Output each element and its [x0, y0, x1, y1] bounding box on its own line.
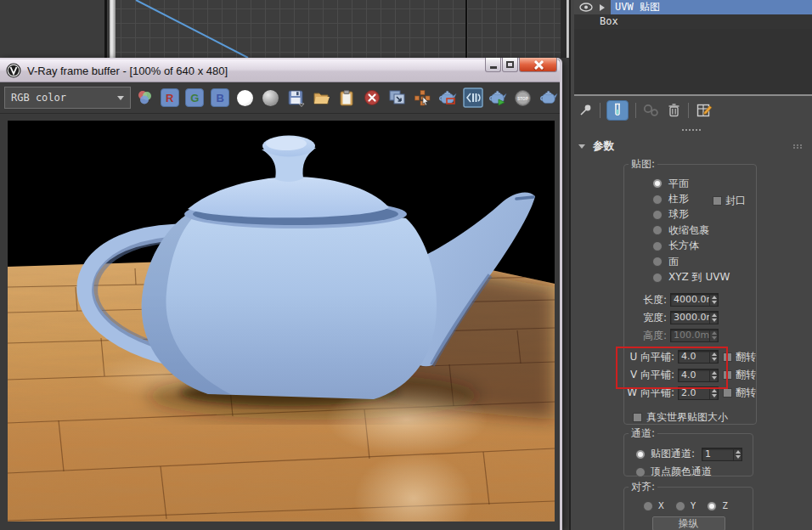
radio-axis-y[interactable] [675, 501, 685, 511]
toolbar-separator [688, 103, 689, 118]
height-row: 高度: 100.0mm [624, 327, 756, 345]
u-flip-row[interactable]: 翻转 [723, 350, 756, 364]
radio-axis-z[interactable] [707, 501, 717, 511]
radio-shrinkwrap[interactable] [652, 225, 663, 235]
blue-channel-button[interactable]: B [209, 87, 232, 109]
rollout-drag-handle-icon [793, 144, 803, 149]
channel-dropdown[interactable]: RGB color [4, 87, 131, 109]
w-flip-row[interactable]: 翻转 [723, 386, 756, 400]
modifier-stack-selected-row[interactable]: UVW 贴图 [574, 0, 812, 14]
w-tile-spinner[interactable]: 2.0 [678, 386, 719, 400]
vray-raw-image-button[interactable] [461, 87, 484, 109]
width-spinner[interactable]: 3000.0m [670, 311, 719, 324]
vfb-titlebar[interactable]: V-Ray frame buffer - [100% of 640 x 480] [0, 59, 560, 82]
length-row: 长度: 4000.0m [624, 291, 756, 309]
radio-xyz-to-uvw[interactable] [652, 273, 663, 283]
viewport-grid[interactable] [116, 0, 561, 58]
render-last-button[interactable] [487, 87, 510, 109]
v-tile-spinner[interactable]: 4.0 [678, 369, 719, 382]
radio-row-face[interactable]: 面 [624, 254, 756, 269]
clear-image-button[interactable] [360, 87, 383, 109]
radio-spherical[interactable] [652, 210, 663, 220]
axis-z[interactable]: Z [707, 500, 728, 511]
alpha-button[interactable] [259, 87, 282, 109]
map-channel-spinner[interactable]: 1 [702, 448, 742, 461]
spinner-arrows-icon[interactable] [709, 312, 718, 324]
close-icon [533, 60, 543, 70]
mapping-group: 贴图: 平面 柱形 封口 球形 [623, 164, 757, 425]
manipulate-button[interactable]: 操纵 [652, 516, 725, 530]
make-unique-icon[interactable] [643, 104, 660, 117]
load-image-button[interactable] [310, 87, 333, 109]
trash-icon[interactable] [668, 103, 680, 117]
radio-axis-x[interactable] [643, 501, 653, 511]
duplicate-to-host-button[interactable] [386, 87, 409, 109]
copy-to-clipboard-button[interactable] [335, 87, 358, 109]
modifier-base-object[interactable]: Box [574, 14, 812, 29]
v-flip-checkbox[interactable] [723, 370, 732, 380]
spinner-arrows-icon[interactable] [709, 369, 718, 381]
v-flip-row[interactable]: 翻转 [723, 368, 756, 382]
window-title: V-Ray frame buffer - [100% of 640 x 480] [27, 65, 228, 77]
radio-row-box[interactable]: 长方体 [624, 239, 756, 254]
maximize-icon [506, 61, 514, 68]
u-tile-row: U 向平铺: 4.0 翻转 [624, 348, 756, 366]
channel-dropdown-value: RGB color [11, 92, 66, 104]
expand-arrow-icon[interactable] [600, 4, 605, 11]
dimension-fields: 长度: 4000.0m 宽度: 3000.0m 高度: [624, 291, 756, 345]
pin-stack-icon[interactable] [578, 103, 593, 117]
stop-render-button[interactable]: STOP [512, 87, 535, 109]
radio-map-channel[interactable] [635, 449, 646, 460]
u-flip-checkbox[interactable] [723, 352, 732, 362]
radio-row-xyz-to-uvw[interactable]: XYZ 到 UVW [624, 269, 756, 285]
visibility-eye-icon[interactable] [579, 3, 593, 12]
chevron-down-icon [117, 96, 124, 100]
radio-row-planar[interactable]: 平面 [624, 176, 756, 191]
render-button[interactable] [537, 87, 560, 109]
real-world-map-size-row[interactable]: 真实世界贴图大小 [624, 410, 756, 425]
viewport-gap [561, 0, 567, 58]
red-channel-button[interactable]: R [158, 87, 181, 109]
region-render-button[interactable] [436, 87, 459, 109]
spinner-arrows-icon[interactable] [733, 448, 742, 460]
axis-x[interactable]: X [643, 500, 664, 511]
parameters-rollout-header[interactable]: 参数 [575, 138, 808, 155]
maximize-button[interactable] [502, 58, 518, 72]
radio-row-shrinkwrap[interactable]: 收缩包裹 [624, 223, 756, 238]
radio-face[interactable] [652, 257, 663, 267]
track-mouse-button[interactable] [411, 87, 434, 109]
axis-y[interactable]: Y [675, 500, 696, 511]
monochrome-button[interactable] [234, 87, 257, 109]
vray-frame-buffer-window: V-Ray frame buffer - [100% of 640 x 480]… [0, 58, 562, 530]
spinner-arrows-icon[interactable] [709, 351, 718, 363]
radio-vertex-color-channel[interactable] [635, 467, 646, 477]
vray-logo-icon [6, 63, 21, 78]
show-end-result-button[interactable] [606, 100, 629, 121]
vertex-color-channel-row[interactable]: 顶点颜色通道 [624, 463, 753, 481]
spinner-arrows-icon[interactable] [709, 387, 718, 399]
radio-row-spherical[interactable]: 球形 [624, 207, 756, 223]
rollout-collapse-icon [578, 144, 585, 149]
color-channels-icon[interactable] [133, 87, 156, 109]
radio-box[interactable] [652, 241, 663, 251]
radio-planar[interactable] [652, 178, 663, 189]
u-tile-spinner[interactable]: 4.0 [678, 350, 719, 364]
length-spinner[interactable]: 4000.0m [670, 293, 719, 307]
real-world-checkbox[interactable] [633, 413, 642, 422]
viewport-splitter-left[interactable] [110, 0, 116, 58]
spinner-arrows-icon[interactable] [709, 294, 718, 306]
cap-checkbox[interactable] [713, 196, 722, 206]
close-button[interactable] [519, 58, 557, 72]
panel-resize-grip[interactable] [682, 129, 701, 131]
minimize-button[interactable] [485, 58, 501, 72]
configure-modifier-sets-icon[interactable] [696, 103, 713, 117]
screen: V-Ray frame buffer - [100% of 640 x 480]… [0, 0, 812, 530]
w-flip-checkbox[interactable] [723, 388, 732, 398]
map-channel-row[interactable]: 贴图通道: 1 [624, 445, 753, 463]
green-channel-button[interactable]: G [183, 87, 206, 109]
radio-row-cylindrical[interactable]: 柱形 封口 [624, 191, 756, 206]
radio-cylindrical[interactable] [652, 195, 663, 205]
save-image-button[interactable] [285, 87, 307, 109]
modifier-uvw-map[interactable]: UVW 贴图 [611, 0, 812, 14]
viewport-empty-region [0, 0, 107, 58]
